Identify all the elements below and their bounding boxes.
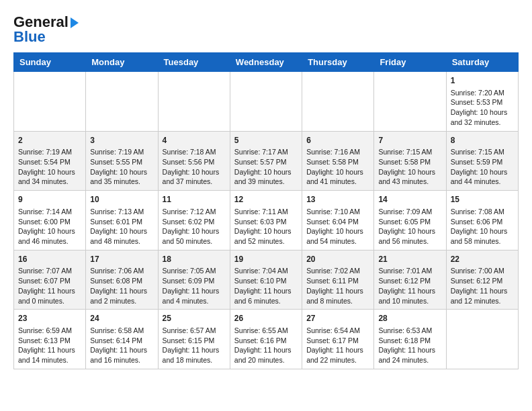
day-number: 20 bbox=[306, 254, 369, 265]
day-info: Sunrise: 7:14 AM bbox=[18, 207, 81, 217]
day-info: Sunset: 6:13 PM bbox=[18, 336, 81, 346]
weekday-header-saturday: Saturday bbox=[446, 53, 518, 72]
day-info: Daylight: 10 hours and 39 minutes. bbox=[234, 167, 298, 187]
weekday-header-thursday: Thursday bbox=[302, 53, 374, 72]
day-info: Daylight: 10 hours and 34 minutes. bbox=[18, 167, 81, 187]
calendar-cell: 11Sunrise: 7:12 AMSunset: 6:02 PMDayligh… bbox=[158, 191, 230, 250]
day-info: Daylight: 11 hours and 12 minutes. bbox=[451, 286, 514, 306]
day-info: Sunrise: 7:13 AM bbox=[90, 207, 153, 217]
day-info: Sunset: 6:12 PM bbox=[378, 276, 441, 286]
day-info: Daylight: 11 hours and 24 minutes. bbox=[378, 345, 441, 365]
day-number: 27 bbox=[306, 313, 369, 324]
day-info: Sunrise: 7:07 AM bbox=[18, 266, 81, 276]
day-number: 7 bbox=[378, 135, 441, 146]
day-info: Sunrise: 6:57 AM bbox=[163, 326, 226, 336]
day-number: 9 bbox=[18, 194, 81, 205]
week-row-2: 2Sunrise: 7:19 AMSunset: 5:54 PMDaylight… bbox=[14, 131, 519, 191]
day-info: Sunset: 5:53 PM bbox=[451, 97, 514, 107]
day-info: Sunset: 6:16 PM bbox=[234, 336, 298, 346]
day-number: 6 bbox=[306, 135, 369, 146]
calendar-cell: 9Sunrise: 7:14 AMSunset: 6:00 PMDaylight… bbox=[14, 191, 86, 250]
day-info: Sunset: 6:06 PM bbox=[451, 217, 514, 227]
calendar-cell: 7Sunrise: 7:15 AMSunset: 5:58 PMDaylight… bbox=[374, 131, 446, 191]
day-info: Sunset: 6:18 PM bbox=[378, 336, 441, 346]
day-info: Sunset: 6:12 PM bbox=[451, 276, 514, 286]
day-info: Sunset: 5:54 PM bbox=[18, 157, 81, 167]
day-info: Daylight: 10 hours and 37 minutes. bbox=[163, 167, 226, 187]
day-number: 14 bbox=[378, 194, 441, 205]
day-info: Daylight: 10 hours and 48 minutes. bbox=[90, 226, 153, 246]
day-info: Daylight: 11 hours and 0 minutes. bbox=[18, 286, 81, 306]
calendar-cell bbox=[14, 72, 86, 132]
calendar-cell: 22Sunrise: 7:00 AMSunset: 6:12 PMDayligh… bbox=[446, 250, 518, 310]
day-info: Sunrise: 7:08 AM bbox=[451, 207, 514, 217]
weekday-header-wednesday: Wednesday bbox=[230, 53, 302, 72]
calendar-cell: 10Sunrise: 7:13 AMSunset: 6:01 PMDayligh… bbox=[86, 191, 158, 250]
calendar-cell: 17Sunrise: 7:06 AMSunset: 6:08 PMDayligh… bbox=[86, 250, 158, 310]
weekday-header-sunday: Sunday bbox=[14, 53, 86, 72]
day-info: Daylight: 11 hours and 6 minutes. bbox=[234, 286, 298, 306]
weekday-header-monday: Monday bbox=[86, 53, 158, 72]
day-number: 26 bbox=[234, 313, 298, 324]
day-info: Sunset: 6:10 PM bbox=[234, 276, 298, 286]
day-number: 2 bbox=[18, 135, 81, 146]
day-info: Sunset: 6:09 PM bbox=[163, 276, 226, 286]
day-info: Daylight: 10 hours and 52 minutes. bbox=[234, 226, 298, 246]
logo-arrow-icon bbox=[71, 17, 79, 28]
calendar-cell: 14Sunrise: 7:09 AMSunset: 6:05 PMDayligh… bbox=[374, 191, 446, 250]
day-number: 4 bbox=[163, 135, 226, 146]
day-info: Daylight: 10 hours and 44 minutes. bbox=[451, 167, 514, 187]
day-number: 17 bbox=[90, 254, 153, 265]
day-info: Sunrise: 7:16 AM bbox=[306, 147, 369, 157]
day-info: Sunrise: 6:58 AM bbox=[90, 326, 153, 336]
day-info: Daylight: 10 hours and 35 minutes. bbox=[90, 167, 153, 187]
day-info: Sunrise: 7:11 AM bbox=[234, 207, 298, 217]
page-header: General Blue bbox=[13, 13, 519, 46]
day-info: Sunset: 5:56 PM bbox=[163, 157, 226, 167]
calendar-cell bbox=[86, 72, 158, 132]
day-info: Sunrise: 7:04 AM bbox=[234, 266, 298, 276]
day-info: Daylight: 10 hours and 46 minutes. bbox=[18, 226, 81, 246]
day-info: Sunset: 6:00 PM bbox=[18, 217, 81, 227]
day-info: Sunrise: 7:18 AM bbox=[163, 147, 226, 157]
day-info: Sunrise: 7:19 AM bbox=[90, 147, 153, 157]
logo: General Blue bbox=[13, 13, 79, 46]
calendar-cell: 20Sunrise: 7:02 AMSunset: 6:11 PMDayligh… bbox=[302, 250, 374, 310]
day-info: Sunrise: 7:12 AM bbox=[163, 207, 226, 217]
calendar-cell bbox=[446, 310, 518, 369]
week-row-5: 23Sunrise: 6:59 AMSunset: 6:13 PMDayligh… bbox=[14, 310, 519, 369]
calendar-cell: 27Sunrise: 6:54 AMSunset: 6:17 PMDayligh… bbox=[302, 310, 374, 369]
day-number: 24 bbox=[90, 313, 153, 324]
day-number: 21 bbox=[378, 254, 441, 265]
day-number: 18 bbox=[163, 254, 226, 265]
day-info: Daylight: 11 hours and 16 minutes. bbox=[90, 345, 153, 365]
calendar-cell: 13Sunrise: 7:10 AMSunset: 6:04 PMDayligh… bbox=[302, 191, 374, 250]
day-info: Sunrise: 7:15 AM bbox=[378, 147, 441, 157]
day-info: Sunrise: 7:05 AM bbox=[163, 266, 226, 276]
day-info: Sunset: 5:59 PM bbox=[451, 157, 514, 167]
day-info: Sunset: 6:04 PM bbox=[306, 217, 369, 227]
calendar-cell: 8Sunrise: 7:15 AMSunset: 5:59 PMDaylight… bbox=[446, 131, 518, 191]
day-number: 5 bbox=[234, 135, 298, 146]
day-number: 1 bbox=[451, 75, 514, 87]
day-info: Sunrise: 6:59 AM bbox=[18, 326, 81, 336]
week-row-3: 9Sunrise: 7:14 AMSunset: 6:00 PMDaylight… bbox=[14, 191, 519, 250]
calendar-table: SundayMondayTuesdayWednesdayThursdayFrid… bbox=[13, 52, 519, 369]
calendar-cell: 28Sunrise: 6:53 AMSunset: 6:18 PMDayligh… bbox=[374, 310, 446, 369]
calendar-cell bbox=[230, 72, 302, 132]
day-info: Sunrise: 7:19 AM bbox=[18, 147, 81, 157]
day-info: Daylight: 11 hours and 14 minutes. bbox=[18, 345, 81, 365]
day-info: Sunset: 5:55 PM bbox=[90, 157, 153, 167]
day-info: Sunrise: 7:15 AM bbox=[451, 147, 514, 157]
day-info: Sunrise: 6:55 AM bbox=[234, 326, 298, 336]
calendar-cell: 21Sunrise: 7:01 AMSunset: 6:12 PMDayligh… bbox=[374, 250, 446, 310]
day-number: 22 bbox=[451, 254, 514, 265]
week-row-1: 1Sunrise: 7:20 AMSunset: 5:53 PMDaylight… bbox=[14, 72, 519, 132]
day-number: 10 bbox=[90, 194, 153, 205]
calendar-cell: 6Sunrise: 7:16 AMSunset: 5:58 PMDaylight… bbox=[302, 131, 374, 191]
weekday-header-friday: Friday bbox=[374, 53, 446, 72]
day-number: 15 bbox=[451, 194, 514, 205]
calendar-cell: 15Sunrise: 7:08 AMSunset: 6:06 PMDayligh… bbox=[446, 191, 518, 250]
day-info: Daylight: 10 hours and 50 minutes. bbox=[163, 226, 226, 246]
day-info: Sunset: 6:11 PM bbox=[306, 276, 369, 286]
